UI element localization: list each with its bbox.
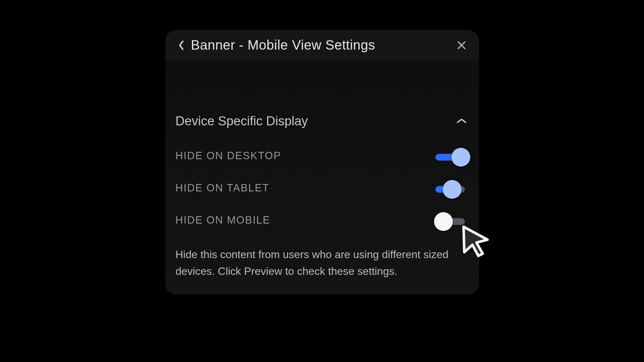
toggle-knob bbox=[451, 148, 470, 167]
close-icon bbox=[457, 41, 466, 50]
toggle-hide-on-tablet[interactable] bbox=[435, 183, 469, 193]
toggle-row-tablet: HIDE ON TABLET bbox=[175, 182, 469, 194]
panel-title: Banner - Mobile View Settings bbox=[191, 38, 375, 53]
section-header[interactable]: Device Specific Display bbox=[175, 114, 469, 128]
panel-body: Device Specific Display HIDE ON DESKTOP … bbox=[165, 60, 479, 280]
toggle-row-mobile: HIDE ON MOBILE bbox=[175, 214, 469, 226]
panel-header: Banner - Mobile View Settings bbox=[165, 30, 479, 60]
toggle-row-desktop: HIDE ON DESKTOP bbox=[175, 150, 469, 162]
toggle-label-desktop: HIDE ON DESKTOP bbox=[175, 150, 281, 162]
toggle-knob bbox=[434, 212, 453, 231]
toggle-knob bbox=[443, 180, 462, 199]
chevron-left-icon bbox=[178, 40, 184, 50]
collapse-button[interactable] bbox=[454, 114, 469, 128]
back-button[interactable] bbox=[174, 38, 189, 53]
toggle-label-tablet: HIDE ON TABLET bbox=[175, 182, 269, 194]
toggle-label-mobile: HIDE ON MOBILE bbox=[175, 214, 270, 226]
toggle-hide-on-mobile[interactable] bbox=[435, 215, 469, 226]
section-title: Device Specific Display bbox=[175, 114, 308, 128]
help-text: Hide this content from users who are usi… bbox=[175, 246, 464, 280]
close-button[interactable] bbox=[454, 38, 469, 53]
chevron-up-icon bbox=[457, 118, 467, 124]
settings-panel: Banner - Mobile View Settings Device Spe… bbox=[165, 30, 479, 294]
toggle-hide-on-desktop[interactable] bbox=[435, 150, 469, 161]
